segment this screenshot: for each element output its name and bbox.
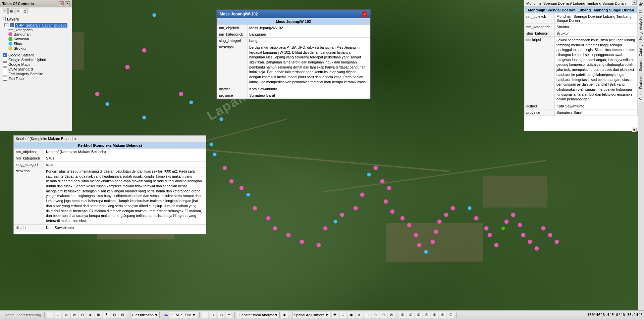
mess-row-slug: slug_kategori bangunan <box>217 38 370 44</box>
toolbar-btn-6[interactable]: ◈ <box>87 312 94 318</box>
mess-table-header: Mess Jepang/W-102 <box>217 18 370 25</box>
toolbar-btn-10[interactable]: ⊠ <box>119 312 126 318</box>
toolbar-dem-btn-2[interactable]: ▷ <box>210 312 216 318</box>
struktur-legend: Struktur <box>3 46 70 51</box>
toc-pin-btn[interactable]: 📌 <box>59 1 64 6</box>
right-field-district-label: district <box>525 103 555 109</box>
toolbar-btn-7[interactable]: ⊞ <box>95 312 102 318</box>
shp-expand[interactable]: − <box>4 23 8 27</box>
kawasan-dot <box>8 37 12 41</box>
mess-field-province-label: province <box>217 92 248 98</box>
esri-imagery-checkbox[interactable] <box>3 72 7 76</box>
right-field-province-value: Sumatera Barat <box>555 109 638 116</box>
toolbar-btn-2[interactable]: ↔ <box>55 312 61 318</box>
google-maps-checkbox[interactable] <box>3 62 7 66</box>
bangunan-legend: Bangunan <box>3 32 70 37</box>
kerkhof-feature-table: Kerkhof (Kompleks Makam Belanda) nm_obje… <box>14 142 206 232</box>
google-maps-layer[interactable]: Google Maps <box>2 62 70 67</box>
esri-imagery-layer[interactable]: Esri Imagery Satellite <box>2 72 70 76</box>
dem-icon: ⛰ <box>164 312 168 317</box>
toc-content[interactable]: − Layers − ✓ SHP_Sebaran_Cagar_Budaya nm… <box>0 15 72 128</box>
toolbar-btn-3[interactable]: ⊕ <box>63 312 69 318</box>
toolbar-extra-1[interactable]: ① <box>399 312 406 318</box>
kerkhof-field-district-label: district <box>14 224 44 231</box>
right-panel-scroll-up[interactable]: ▲ <box>632 0 637 5</box>
side-tool-identify[interactable]: Identify <box>638 0 644 15</box>
dem-srtm-dropdown[interactable]: DEM_SRTM ▼ <box>169 312 197 318</box>
google-sat-hybrid-layer[interactable]: Google Satellite Hybrid <box>2 57 70 62</box>
sep2 <box>128 312 128 318</box>
kerkhof-panel-content[interactable]: Kerkhof (Kompleks Makam Belanda) nm_obje… <box>14 142 206 232</box>
bangunan-dot <box>8 32 12 36</box>
google-maps-label: Google Maps <box>8 62 30 66</box>
mess-field-province-value: Sumatera Barat <box>248 92 370 98</box>
toc-selection-btn[interactable]: ◻ <box>22 8 28 14</box>
right-row-province: province Sumatera Barat <box>525 109 638 116</box>
toolbar-sa-btn-8[interactable]: ⊠ <box>388 312 395 318</box>
toolbar-extra-4[interactable]: ④ <box>423 312 430 318</box>
toolbar-extra-5[interactable]: ⑤ <box>431 312 438 318</box>
right-row-nm-kategoricb: nm_kategoricb Struktur <box>525 24 638 30</box>
toolbar-sa-btn-7[interactable]: ⊟ <box>380 312 387 318</box>
sep1 <box>44 312 45 318</box>
right-field-slug-value: struktur <box>555 30 638 37</box>
right-row-slug: slug_kategori struktur <box>525 30 638 37</box>
toolbar-dem-btn-1[interactable]: □ <box>202 312 208 318</box>
toolbar-geo-btn[interactable]: ◆ <box>281 312 288 318</box>
right-row-deskripsi: deskripsi Lokasi penambangan khususnya p… <box>525 37 638 103</box>
google-layers-group: ✓ Google Satellite Google Satellite Hybr… <box>2 53 70 81</box>
sep6 <box>290 312 290 318</box>
kerkhof-row-nm-kategoricb: nm_kategoricb Situs <box>14 155 206 162</box>
toolbar-sa-btn-5[interactable]: ◻ <box>364 312 371 318</box>
side-tool-create-features[interactable]: Create Features <box>638 73 644 102</box>
right-panel-content[interactable]: Mondmijn Soengai Doerian/ Lubang Tambang… <box>524 7 638 129</box>
geostatistical-dropdown[interactable]: Geostatistical Analyst ▼ <box>237 312 279 318</box>
toolbar-btn-9[interactable]: ⊟ <box>111 312 118 318</box>
side-tool-catalog[interactable]: Catalog <box>638 42 644 58</box>
classification-dropdown[interactable]: Classification ▼ <box>130 312 160 318</box>
mess-popup-close[interactable]: × <box>362 11 367 17</box>
toolbar-extra-2[interactable]: ② <box>407 312 414 318</box>
mess-row-nm-kategoricb: nm_kategoricb Bangunan <box>217 31 370 38</box>
google-sat-checkbox[interactable]: ✓ <box>3 53 7 57</box>
right-field-deskripsi-value: Lokasi penambangan khususnya pintu dan l… <box>555 37 638 103</box>
esri-topo-checkbox[interactable] <box>3 77 7 81</box>
kerkhof-field-deskripsi-value: Kondisi situs tersebut memanjang di daer… <box>44 168 206 225</box>
toolbar-dem-btn-4[interactable]: ≡ <box>226 312 232 318</box>
toolbar-btn-1[interactable]: ↕ <box>47 312 53 318</box>
toolbar-sa-btn-2[interactable]: ⊕ <box>340 312 346 318</box>
toolbar-extra-7[interactable]: ⑦ <box>447 312 454 318</box>
mess-popup-title: Mess Jepang/W-102 <box>220 12 258 16</box>
shp-checkbox[interactable]: ✓ <box>10 23 14 27</box>
situs-legend: Situs <box>3 41 70 46</box>
osm-standard-layer[interactable]: OSM Standard <box>2 67 70 72</box>
side-tool-image-analysis[interactable]: Image Analysis <box>638 15 644 42</box>
toolbar-btn-8[interactable]: ⋮ <box>103 312 110 318</box>
toc-list-btn[interactable]: ≡ <box>2 8 8 14</box>
layers-expand[interactable]: − <box>2 17 6 21</box>
toolbar-sa-btn-1[interactable]: ✚ <box>332 312 338 318</box>
kerkhof-field-district-value: Kota Sawahlunto <box>44 224 206 231</box>
toolbar-btn-4[interactable]: ⊗ <box>71 312 77 318</box>
toolbar-sa-btn-6[interactable]: ⊞ <box>372 312 379 318</box>
google-sat-hybrid-checkbox[interactable] <box>3 58 7 62</box>
toolbar-sa-btn-4[interactable]: ⊗ <box>356 312 363 318</box>
side-tool-search[interactable]: Search <box>638 58 644 73</box>
esri-topo-label: Esri Topo <box>8 77 24 81</box>
toc-close-btn[interactable]: ✕ <box>65 1 70 6</box>
google-satellite-layer[interactable]: ✓ Google Satellite <box>2 53 70 57</box>
toolbar-btn-5[interactable]: ⊙ <box>79 312 86 318</box>
toolbar-extra-3[interactable]: ③ <box>415 312 422 318</box>
toc-visibility-btn[interactable]: 👁 <box>15 8 21 14</box>
kerkhof-row-slug: slug_kategori situs <box>14 162 206 168</box>
toolbar-sa-btn-3[interactable]: ◉ <box>348 312 355 318</box>
toc-source-btn[interactable]: ⊞ <box>8 8 14 14</box>
sep5 <box>234 312 235 318</box>
esri-topo-layer[interactable]: Esri Topo <box>2 76 70 81</box>
layer-shp[interactable]: − ✓ SHP_Sebaran_Cagar_Budaya <box>3 22 70 28</box>
toolbar-extra-6[interactable]: ⑥ <box>439 312 446 318</box>
toolbar-dem-btn-3[interactable]: ◁ <box>218 312 224 318</box>
right-panel-scroll-down[interactable]: ▼ <box>632 128 637 132</box>
osm-checkbox[interactable] <box>3 67 7 71</box>
spatial-adjustment-dropdown[interactable]: Spatial Adjustment ▼ <box>292 312 330 318</box>
